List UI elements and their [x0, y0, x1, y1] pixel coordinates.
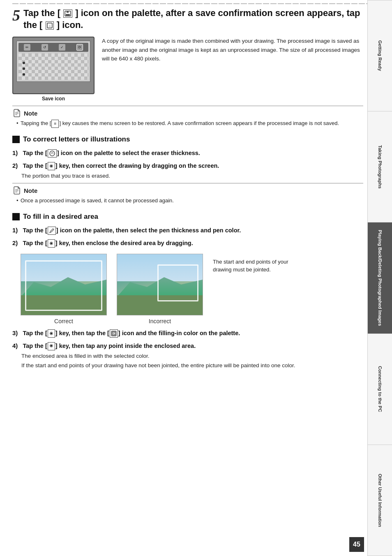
cross-key-icon3: ✳ — [48, 329, 55, 338]
note1-box: Note Tapping the [≡] key causes the menu… — [12, 106, 363, 128]
save-palette-icon — [63, 9, 72, 18]
image-incorrect-block: Incorrect — [117, 254, 203, 324]
correct-label: Correct — [54, 318, 73, 324]
step5-image-block: ✏ ↺ ✓ ⟳ Save icon — [12, 37, 95, 102]
svg-text:⌂: ⌂ — [48, 24, 51, 28]
svg-point-8 — [50, 151, 55, 156]
images-row: Correct Incorrect The start and end poin… — [21, 254, 363, 324]
image-correct-block: Correct — [21, 254, 107, 324]
section1-step1: 1) Tap the [ ] icon on the palette to se… — [12, 148, 363, 158]
note1-title: Note — [12, 109, 363, 118]
note2-icon — [12, 186, 21, 195]
section2-step3: 3) Tap the [✳] key, then tap the [ ⟳ ] i… — [12, 329, 363, 338]
section1-step2-sub: The portion that you trace is erased. — [21, 173, 363, 179]
section1-step2: 2) Tap the [✳] key, then correct the dra… — [12, 161, 363, 171]
step-title-part1: Tap the [ — [23, 8, 60, 18]
note1-bullet: Tapping the [≡] key causes the menu scre… — [16, 119, 363, 128]
save-icon-label: Save icon — [12, 96, 95, 102]
section2-step2: 2) Tap the [✳] key, then enclose the des… — [12, 239, 363, 248]
pen-icon — [48, 227, 56, 235]
sidebar-tab-other[interactable]: Other Useful Information — [367, 445, 392, 556]
step5-description: A copy of the original image is made the… — [102, 37, 363, 102]
section2-step4-sub2: If the start and end points of your draw… — [21, 362, 363, 368]
photo-incorrect — [117, 254, 203, 315]
section1-title: To correct letters or illustrations — [23, 135, 130, 144]
dot-grid — [23, 62, 25, 76]
section2-header: To fill in a desired area — [12, 213, 363, 221]
eraser-icon — [48, 149, 57, 158]
svg-text:⟳: ⟳ — [112, 332, 115, 336]
cross-key-icon4: ✳ — [48, 342, 55, 350]
section1-square-icon — [12, 136, 20, 143]
section2-title: To fill in a desired area — [23, 213, 98, 221]
sidebar-tab-getting-ready[interactable]: Getting Ready — [367, 0, 392, 111]
sidebar-tab-playback[interactable]: Playing Back/Deleting Photographed Image… — [367, 222, 392, 334]
note2-title: Note — [12, 186, 363, 195]
note-icon — [12, 109, 21, 118]
sidebar-tab-taking-photos[interactable]: Taking Photographs — [367, 111, 392, 222]
note1-content: Tapping the [≡] key causes the menu scre… — [16, 119, 363, 128]
note2-content: Once a processed image is saved, it cann… — [16, 197, 363, 205]
step-title-part3: ] icon. — [57, 20, 83, 30]
note2-box: Note Once a processed image is saved, it… — [12, 183, 363, 205]
sidebar: Getting Ready Taking Photographs Playing… — [367, 0, 392, 556]
camera-screen-mockup: ✏ ↺ ✓ ⟳ — [12, 37, 95, 94]
step-title: Tap the [ ] icon on the palette, after a… — [23, 7, 363, 31]
step5-header: 5 Tap the [ ] icon on the palette, after… — [12, 7, 363, 31]
section2-step1: 1) Tap the [ ] icon on the palette, then… — [12, 226, 363, 235]
section2-square-icon — [12, 213, 20, 220]
confirm-icon: ⌂ — [46, 21, 54, 30]
photo-correct — [21, 254, 107, 315]
step5-body: ✏ ↺ ✓ ⟳ Save icon A copy of — [12, 37, 363, 102]
svg-rect-1 — [66, 14, 70, 16]
cross-key-icon2: ✳ — [48, 239, 55, 248]
section2-step4-sub1: The enclosed area is filled in with the … — [21, 353, 363, 359]
fill-icon: ⟳ — [110, 329, 118, 338]
section1-header: To correct letters or illustrations — [12, 135, 363, 144]
cross-key-icon1: ✳ — [48, 162, 55, 170]
note2-bullet: Once a processed image is saved, it cann… — [16, 197, 363, 205]
step-number: 5 — [12, 7, 20, 23]
camera-screen: ✏ ↺ ✓ ⟳ — [16, 41, 90, 82]
incorrect-label: Incorrect — [149, 318, 171, 324]
sidebar-tab-connecting[interactable]: Connecting to the PC — [367, 334, 392, 445]
svg-rect-2 — [67, 11, 69, 13]
image-description: The start and end points of your drawing… — [213, 254, 295, 274]
page-number: 45 — [349, 537, 364, 552]
main-content: 5 Tap the [ ] icon on the palette, after… — [12, 4, 363, 368]
section2-step4: 4) Tap the [✳] key, then tap any point i… — [12, 341, 363, 351]
